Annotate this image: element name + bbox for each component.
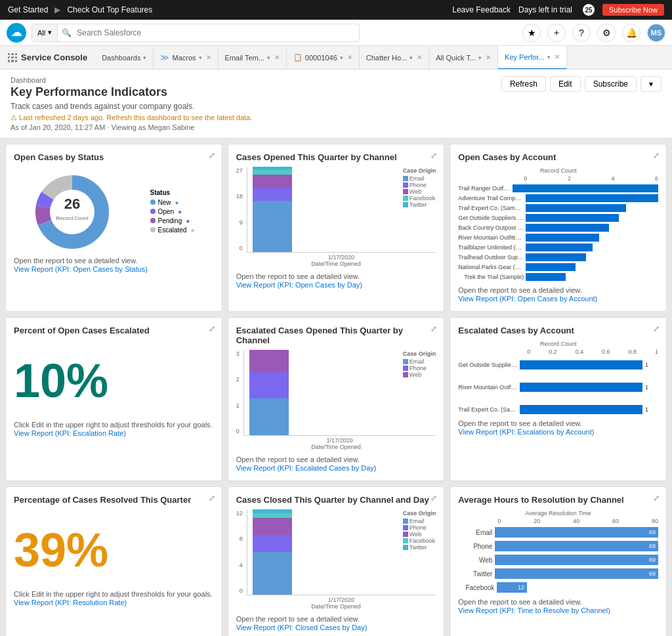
expand-icon-6[interactable]: ⤢	[653, 324, 660, 333]
tab-quick-label: All Quick T...	[436, 54, 476, 62]
expand-icon-5[interactable]: ⤢	[430, 324, 437, 333]
get-started-link[interactable]: Get Started	[8, 5, 48, 14]
donut-chart: 26 Record Count	[33, 173, 112, 251]
avg-label-phone: Phone	[458, 543, 492, 550]
tab-key-perf[interactable]: Key Perfor... ▾ ✕	[498, 46, 567, 70]
view-report-link-avg-hours[interactable]: View Report (KPI: Time to Resolve by Cha…	[458, 606, 610, 614]
tab-close-key[interactable]: ✕	[555, 53, 560, 60]
notifications-icon[interactable]: 🔔	[622, 24, 640, 42]
leave-feedback-link[interactable]: Leave Feedback	[452, 5, 511, 14]
avg-row-phone: Phone 69	[458, 541, 658, 551]
esc-account-record-count: Record Count	[458, 341, 658, 347]
avg-bar-web: 69	[495, 555, 658, 565]
star-icon[interactable]: ★	[522, 24, 541, 42]
help-icon[interactable]: ?	[572, 24, 591, 42]
cases-closed-chart-area: 12840 Case Origin Email Phone Web Facebo…	[236, 510, 436, 603]
tab-quick-t[interactable]: All Quick T... ▾ ✕	[429, 46, 498, 70]
legend-bullet-open: ●	[178, 208, 182, 215]
record-count-label: Record Count	[458, 167, 658, 174]
account-row-6: River Mountain Outfitte…	[458, 234, 658, 242]
tab-dashboards[interactable]: Dashboards ▾	[95, 46, 154, 70]
tab-dashboards-label: Dashboards	[102, 54, 140, 62]
avg-chart: Email 69 Phone 69 Web 69 Twitter	[458, 527, 658, 593]
subscribe-now-button[interactable]: Subscribe Now	[602, 4, 664, 16]
view-report-link-esc-channel[interactable]: View Report (KPI: Escalated Cases by Day…	[236, 464, 377, 472]
big-number-percent-resolved: 39%	[14, 523, 214, 577]
card-open-cases-status: Open Cases by Status ⤢ 26 Record Count S…	[5, 144, 222, 312]
x-label-cases-channel: 1/17/2020	[247, 254, 436, 261]
card-footer-esc-account: Open the report to see a detailed view.	[458, 419, 658, 427]
expand-icon-8[interactable]: ⤢	[430, 494, 437, 503]
view-report-link-open-cases-status[interactable]: View Report (KPI: Open Cases by Status)	[14, 265, 148, 273]
tab-macros[interactable]: ≫ Macros ▾ ✕	[154, 46, 218, 70]
esc-account-label-1: Get Outside Suppliers (…	[458, 362, 517, 368]
arrow-icon: ▶	[54, 5, 60, 14]
view-report-link-cases-channel[interactable]: View Report (KPI: Open Cases by Day)	[236, 281, 362, 289]
avg-row-twitter: Twitter 69	[458, 568, 658, 579]
tab-close-macros[interactable]: ✕	[206, 54, 211, 61]
dashboard-timestamp: As of Jan 20, 2020, 11:27 AM · Viewing a…	[10, 123, 501, 131]
account-bar-2	[526, 194, 658, 202]
top-nav-left: Get Started ▶ Check Out Top Features	[8, 5, 152, 14]
view-report-link-esc-account[interactable]: View Report (KPI: Escalations by Account…	[458, 428, 594, 436]
legend-label-escalated: Escalated	[158, 226, 187, 234]
x-axis-label-cases-closed: Date/Time Opened	[236, 603, 436, 610]
dropdown-button[interactable]: ▾	[640, 76, 662, 92]
svg-text:26: 26	[64, 196, 80, 212]
card-percent-escalated: Percent of Open Cases Escalated ⤢ 10% Cl…	[5, 317, 222, 481]
esc-account-row-3: Trail Expert Co. (Sample) 1	[458, 405, 658, 414]
x-axis-label-cases-channel: Date/Time Opened	[236, 261, 436, 267]
tab-close-quick[interactable]: ✕	[486, 54, 491, 61]
tab-close-chatter[interactable]: ✕	[417, 54, 422, 61]
add-icon[interactable]: ＋	[547, 24, 566, 42]
view-report-link-open-cases-account[interactable]: View Report (KPI: Open Cases by Account)	[458, 295, 597, 303]
view-report-link-percent-escalated[interactable]: View Report (KPI: Escalation Rate)	[14, 429, 126, 437]
refresh-button[interactable]: Refresh	[501, 76, 546, 92]
esc-account-label-2: River Mountain Outfitte…	[458, 384, 517, 391]
expand-icon[interactable]: ⤢	[209, 151, 215, 160]
search-scope[interactable]: All ▾	[32, 24, 58, 41]
search-scope-label: All	[37, 29, 45, 37]
account-row-10: Trek the Trail (Sample)	[458, 273, 658, 281]
legend-label-new: New	[158, 199, 171, 206]
macros-icon: ≫	[160, 53, 169, 62]
x-label-cases-closed: 1/17/2020	[247, 597, 436, 603]
closed-bar-web	[253, 518, 292, 535]
tab-close-case[interactable]: ✕	[347, 54, 352, 61]
tab-chevron-macros: ▾	[199, 54, 202, 61]
user-avatar[interactable]: MS	[647, 24, 665, 42]
tab-case[interactable]: 📋 00001046 ▾ ✕	[287, 46, 360, 70]
card-title-cases-by-channel: Cases Opened This Quarter by Channel	[236, 152, 397, 162]
expand-icon-4[interactable]: ⤢	[209, 324, 215, 333]
check-out-features-link[interactable]: Check Out Top Features	[67, 5, 152, 14]
tab-chevron-quick: ▾	[478, 54, 482, 61]
bar-facebook	[253, 170, 292, 175]
days-left-label: Days left in trial	[518, 5, 572, 14]
settings-icon[interactable]: ⚙	[597, 24, 616, 42]
big-number-percent-escalated: 10%	[14, 354, 214, 408]
tab-close-email[interactable]: ✕	[274, 54, 280, 61]
esc-account-track-3	[520, 405, 642, 414]
tab-chatter[interactable]: Chatter Ho... ▾ ✕	[360, 46, 429, 70]
esc-account-label-3: Trail Expert Co. (Sample)	[458, 406, 517, 413]
closed-channel-legend: Case Origin Email Phone Web Facebook Twi…	[403, 510, 436, 551]
subscribe-button[interactable]: Subscribe	[585, 76, 637, 92]
cases-channel-chart-area: 271890 Case Origin Email Phone Web Faceb…	[236, 167, 436, 261]
search-input[interactable]	[72, 28, 359, 37]
expand-icon-3[interactable]: ⤢	[653, 151, 660, 160]
top-nav: Get Started ▶ Check Out Top Features Lea…	[0, 0, 672, 20]
tab-email-templates[interactable]: Email Tem... ▾ ✕	[219, 46, 287, 70]
view-report-link-percent-resolved[interactable]: View Report (KPI: Resolution Rate)	[14, 599, 127, 606]
esc-account-row-2: River Mountain Outfitte… 1	[458, 383, 658, 392]
esc-bar-group	[249, 350, 289, 435]
avg-label-twitter: Twitter	[458, 570, 492, 578]
expand-icon-2[interactable]: ⤢	[430, 151, 437, 160]
edit-button[interactable]: Edit	[550, 76, 581, 92]
view-report-link-cases-closed[interactable]: View Report (KPI: Closed Cases by Day)	[236, 624, 368, 631]
expand-icon-9[interactable]: ⤢	[653, 494, 660, 503]
expand-icon-7[interactable]: ⤢	[209, 494, 215, 503]
esc-account-track-2	[520, 383, 642, 392]
dashboard-grid: Open Cases by Status ⤢ 26 Record Count S…	[0, 138, 672, 636]
bar-web	[253, 175, 292, 188]
legend-bullet-pending: ●	[186, 217, 190, 224]
